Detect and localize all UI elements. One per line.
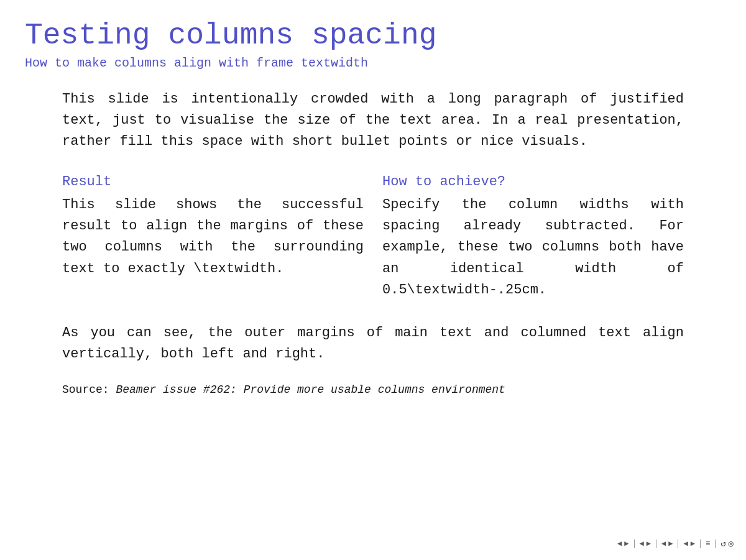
right-column: How to achieve? Specify the column width… — [382, 174, 684, 300]
right-column-text: Specify the column widths with spacing a… — [382, 195, 684, 300]
source-label: Source: — [62, 383, 116, 396]
nav-left-3[interactable]: ◀ — [661, 539, 666, 548]
nav-right-3[interactable]: ▶ — [668, 539, 673, 548]
footer-nav: ◀ ▶ ◀ ▶ ◀ ▶ ◀ ▶ ≡ ↺ ◎ — [617, 538, 734, 549]
nav-left-1[interactable]: ◀ — [617, 539, 622, 548]
nav-right-2[interactable]: ▶ — [647, 539, 651, 548]
source-citation: Beamer issue #262: Provide more usable c… — [116, 383, 505, 396]
slide-header: Testing columns spacing How to make colu… — [25, 19, 721, 70]
nav-sep-2 — [656, 539, 656, 548]
columns-section: Result This slide shows the successful r… — [62, 174, 684, 300]
slide-subtitle: How to make columns align with frame tex… — [25, 56, 721, 70]
left-column: Result This slide shows the successful r… — [62, 174, 364, 300]
nav-right-1[interactable]: ▶ — [624, 539, 629, 548]
right-column-heading: How to achieve? — [382, 174, 684, 190]
textwidth-left: \textwidth — [193, 261, 275, 277]
slide-content: This slide is intentionally crowded with… — [25, 83, 721, 535]
zoom-out-icon[interactable]: ↺ — [721, 538, 725, 549]
slide-title: Testing columns spacing — [25, 19, 721, 52]
zoom-in-icon[interactable]: ◎ — [729, 538, 734, 549]
nav-sep-3 — [678, 539, 678, 548]
left-column-heading: Result — [62, 174, 364, 190]
slide-container: Testing columns spacing How to make colu… — [0, 0, 746, 560]
nav-controls[interactable]: ◀ ▶ ◀ ▶ ◀ ▶ ◀ ▶ ≡ ↺ ◎ — [617, 538, 734, 549]
left-column-text: This slide shows the successful result t… — [62, 195, 364, 279]
source-line: Source: Beamer issue #262: Provide more … — [62, 382, 684, 398]
nav-sep-1 — [634, 539, 635, 548]
nav-sep-5 — [715, 539, 716, 548]
textwidth-right: 0.5\textwidth-.25cm — [382, 282, 538, 298]
nav-left-4[interactable]: ◀ — [683, 539, 688, 548]
nav-right-4[interactable]: ▶ — [691, 539, 695, 548]
nav-left-2[interactable]: ◀ — [640, 539, 644, 548]
nav-sep-4 — [700, 539, 701, 548]
menu-icon[interactable]: ≡ — [706, 539, 710, 548]
conclusion-paragraph: As you can see, the outer margins of mai… — [62, 323, 684, 365]
intro-paragraph: This slide is intentionally crowded with… — [62, 89, 684, 152]
